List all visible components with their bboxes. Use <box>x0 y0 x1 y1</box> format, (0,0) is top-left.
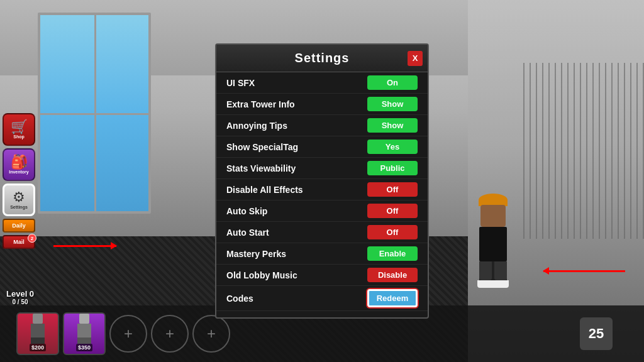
setting-row-0: UI SFXOn <box>216 72 428 94</box>
setting-row-4: Stats ViewabilityPublic <box>216 158 428 179</box>
setting-label-7: Auto Start <box>226 228 269 238</box>
setting-row-10: CodesRedeem <box>216 286 428 311</box>
setting-value-5[interactable]: Off <box>367 182 418 197</box>
setting-label-0: UI SFX <box>226 78 255 88</box>
arrow-right <box>543 270 625 272</box>
modal-title: Settings <box>295 51 350 65</box>
setting-row-5: Disable All EffectsOff <box>216 179 428 200</box>
setting-value-8[interactable]: Enable <box>367 246 418 261</box>
setting-label-9: Old Lobby Music <box>226 270 297 280</box>
settings-rows: UI SFXOnExtra Tower InfoShowAnnoying Tip… <box>216 72 428 311</box>
settings-modal: Settings X UI SFXOnExtra Tower InfoShowA… <box>215 43 429 319</box>
setting-label-1: Extra Tower Info <box>226 99 295 109</box>
setting-value-1[interactable]: Show <box>367 97 418 111</box>
setting-value-3[interactable]: Yes <box>367 140 418 154</box>
modal-header: Settings X <box>216 45 428 72</box>
setting-value-9[interactable]: Disable <box>367 268 418 282</box>
modal-overlay: Settings X UI SFXOnExtra Tower InfoShowA… <box>0 0 644 362</box>
setting-label-6: Auto Skip <box>226 206 267 216</box>
setting-row-9: Old Lobby MusicDisable <box>216 265 428 286</box>
setting-value-7[interactable]: Off <box>367 225 418 239</box>
setting-label-3: Show SpecialTag <box>226 142 298 152</box>
setting-value-10[interactable]: Redeem <box>367 289 418 307</box>
setting-row-6: Auto SkipOff <box>216 200 428 222</box>
setting-label-5: Disable All Effects <box>226 185 303 195</box>
setting-label-2: Annoying Tips <box>226 121 287 131</box>
setting-label-4: Stats Viewability <box>226 163 296 173</box>
setting-label-8: Mastery Perks <box>226 249 286 259</box>
setting-row-7: Auto StartOff <box>216 222 428 243</box>
setting-label-10: Codes <box>226 293 253 304</box>
setting-value-4[interactable]: Public <box>367 161 418 175</box>
setting-row-1: Extra Tower InfoShow <box>216 94 428 115</box>
setting-value-2[interactable]: Show <box>367 118 418 133</box>
setting-value-0[interactable]: On <box>367 75 418 90</box>
setting-value-6[interactable]: Off <box>367 204 418 218</box>
setting-row-8: Mastery PerksEnable <box>216 243 428 265</box>
arrow-left <box>53 245 116 247</box>
setting-row-3: Show SpecialTagYes <box>216 136 428 158</box>
close-button[interactable]: X <box>408 51 423 66</box>
setting-row-2: Annoying TipsShow <box>216 115 428 136</box>
